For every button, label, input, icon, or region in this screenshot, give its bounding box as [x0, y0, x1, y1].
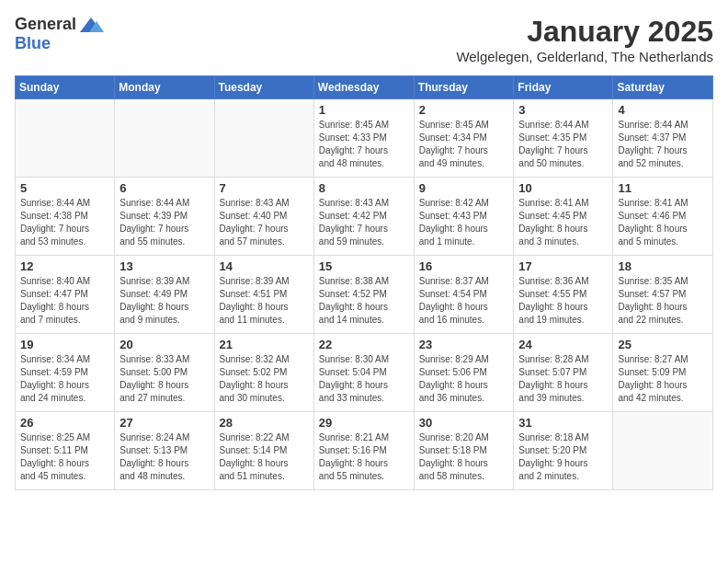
calendar-cell [613, 412, 713, 490]
calendar-cell: 28Sunrise: 8:22 AM Sunset: 5:14 PM Dayli… [214, 412, 313, 490]
calendar-cell [115, 99, 214, 178]
day-number: 8 [319, 181, 409, 195]
day-number: 25 [618, 338, 708, 351]
day-info: Sunrise: 8:44 AM Sunset: 4:38 PM Dayligh… [20, 197, 109, 248]
calendar-cell: 12Sunrise: 8:40 AM Sunset: 4:47 PM Dayli… [16, 256, 115, 334]
day-number: 29 [319, 416, 409, 430]
weekday-header: Saturday [613, 76, 713, 99]
page-header: General Blue January 2025 Welgelegen, Ge… [15, 15, 713, 64]
calendar-cell: 10Sunrise: 8:41 AM Sunset: 4:45 PM Dayli… [514, 178, 613, 256]
day-info: Sunrise: 8:36 AM Sunset: 4:55 PM Dayligh… [518, 275, 608, 327]
day-number: 13 [119, 259, 209, 273]
weekday-header: Thursday [414, 76, 514, 99]
calendar-cell: 6Sunrise: 8:44 AM Sunset: 4:39 PM Daylig… [115, 178, 214, 256]
calendar-cell: 9Sunrise: 8:42 AM Sunset: 4:43 PM Daylig… [414, 178, 514, 256]
location-title: Welgelegen, Gelderland, The Netherlands [456, 49, 713, 64]
day-number: 10 [518, 181, 608, 195]
day-number: 20 [119, 338, 209, 351]
calendar-week-row: 26Sunrise: 8:25 AM Sunset: 5:11 PM Dayli… [16, 412, 713, 490]
calendar-week-row: 5Sunrise: 8:44 AM Sunset: 4:38 PM Daylig… [16, 178, 713, 256]
day-info: Sunrise: 8:43 AM Sunset: 4:42 PM Dayligh… [319, 197, 409, 248]
calendar-cell: 20Sunrise: 8:33 AM Sunset: 5:00 PM Dayli… [115, 334, 214, 412]
day-number: 1 [319, 103, 409, 117]
day-info: Sunrise: 8:21 AM Sunset: 5:16 PM Dayligh… [319, 431, 409, 483]
calendar-cell: 7Sunrise: 8:43 AM Sunset: 4:40 PM Daylig… [214, 178, 313, 256]
day-info: Sunrise: 8:39 AM Sunset: 4:51 PM Dayligh… [220, 275, 309, 327]
day-number: 14 [220, 259, 309, 273]
logo-general-text: General [15, 15, 76, 34]
day-number: 16 [419, 259, 509, 273]
day-info: Sunrise: 8:20 AM Sunset: 5:18 PM Dayligh… [419, 431, 509, 483]
weekday-header: Sunday [16, 76, 115, 99]
calendar-cell: 23Sunrise: 8:29 AM Sunset: 5:06 PM Dayli… [414, 334, 514, 412]
day-number: 11 [618, 181, 708, 195]
day-number: 7 [220, 181, 309, 195]
day-number: 4 [618, 103, 708, 117]
calendar-week-row: 12Sunrise: 8:40 AM Sunset: 4:47 PM Dayli… [16, 256, 713, 334]
day-info: Sunrise: 8:35 AM Sunset: 4:57 PM Dayligh… [618, 275, 708, 327]
calendar-cell: 15Sunrise: 8:38 AM Sunset: 4:52 PM Dayli… [313, 256, 414, 334]
day-info: Sunrise: 8:33 AM Sunset: 5:00 PM Dayligh… [119, 353, 209, 405]
day-number: 22 [319, 338, 409, 351]
day-number: 15 [319, 259, 409, 273]
day-info: Sunrise: 8:41 AM Sunset: 4:45 PM Dayligh… [518, 197, 608, 248]
weekday-header: Tuesday [214, 76, 313, 99]
day-info: Sunrise: 8:45 AM Sunset: 4:33 PM Dayligh… [319, 119, 409, 170]
day-info: Sunrise: 8:40 AM Sunset: 4:47 PM Dayligh… [20, 275, 109, 327]
calendar-cell: 4Sunrise: 8:44 AM Sunset: 4:37 PM Daylig… [613, 99, 713, 178]
day-info: Sunrise: 8:24 AM Sunset: 5:13 PM Dayligh… [119, 431, 209, 483]
day-number: 2 [419, 103, 509, 117]
day-number: 24 [518, 338, 608, 351]
logo-blue-text: Blue [15, 34, 51, 53]
day-info: Sunrise: 8:38 AM Sunset: 4:52 PM Dayligh… [319, 275, 409, 327]
day-number: 27 [119, 416, 209, 430]
calendar-cell: 8Sunrise: 8:43 AM Sunset: 4:42 PM Daylig… [313, 178, 414, 256]
day-number: 18 [618, 259, 708, 273]
calendar-cell: 14Sunrise: 8:39 AM Sunset: 4:51 PM Dayli… [214, 256, 313, 334]
day-info: Sunrise: 8:22 AM Sunset: 5:14 PM Dayligh… [220, 431, 309, 483]
calendar-header-row: SundayMondayTuesdayWednesdayThursdayFrid… [16, 76, 713, 99]
day-info: Sunrise: 8:44 AM Sunset: 4:39 PM Dayligh… [119, 197, 209, 248]
day-info: Sunrise: 8:39 AM Sunset: 4:49 PM Dayligh… [119, 275, 209, 327]
day-info: Sunrise: 8:28 AM Sunset: 5:07 PM Dayligh… [518, 353, 608, 405]
calendar-cell: 18Sunrise: 8:35 AM Sunset: 4:57 PM Dayli… [613, 256, 713, 334]
calendar-table: SundayMondayTuesdayWednesdayThursdayFrid… [15, 75, 713, 490]
day-info: Sunrise: 8:34 AM Sunset: 4:59 PM Dayligh… [20, 353, 109, 405]
day-info: Sunrise: 8:44 AM Sunset: 4:37 PM Dayligh… [618, 119, 708, 170]
day-number: 28 [220, 416, 309, 430]
day-info: Sunrise: 8:29 AM Sunset: 5:06 PM Dayligh… [419, 353, 509, 405]
calendar-cell: 25Sunrise: 8:27 AM Sunset: 5:09 PM Dayli… [613, 334, 713, 412]
calendar-cell [16, 99, 115, 178]
day-info: Sunrise: 8:30 AM Sunset: 5:04 PM Dayligh… [319, 353, 409, 405]
day-number: 17 [518, 259, 608, 273]
calendar-cell: 11Sunrise: 8:41 AM Sunset: 4:46 PM Dayli… [613, 178, 713, 256]
day-info: Sunrise: 8:42 AM Sunset: 4:43 PM Dayligh… [419, 197, 509, 248]
day-info: Sunrise: 8:27 AM Sunset: 5:09 PM Dayligh… [618, 353, 708, 405]
calendar-cell: 3Sunrise: 8:44 AM Sunset: 4:35 PM Daylig… [514, 99, 613, 178]
day-info: Sunrise: 8:41 AM Sunset: 4:46 PM Dayligh… [618, 197, 708, 248]
day-info: Sunrise: 8:43 AM Sunset: 4:40 PM Dayligh… [220, 197, 309, 248]
calendar-cell: 21Sunrise: 8:32 AM Sunset: 5:02 PM Dayli… [214, 334, 313, 412]
day-number: 9 [419, 181, 509, 195]
day-number: 5 [20, 181, 109, 195]
calendar-week-row: 19Sunrise: 8:34 AM Sunset: 4:59 PM Dayli… [16, 334, 713, 412]
day-info: Sunrise: 8:18 AM Sunset: 5:20 PM Dayligh… [518, 431, 608, 483]
calendar-cell: 16Sunrise: 8:37 AM Sunset: 4:54 PM Dayli… [414, 256, 514, 334]
calendar-cell: 22Sunrise: 8:30 AM Sunset: 5:04 PM Dayli… [313, 334, 414, 412]
calendar-cell [214, 99, 313, 178]
logo: General Blue [15, 15, 104, 53]
day-number: 21 [220, 338, 309, 351]
weekday-header: Wednesday [313, 76, 414, 99]
weekday-header: Friday [514, 76, 613, 99]
calendar-cell: 19Sunrise: 8:34 AM Sunset: 4:59 PM Dayli… [16, 334, 115, 412]
calendar-cell: 26Sunrise: 8:25 AM Sunset: 5:11 PM Dayli… [16, 412, 115, 490]
day-info: Sunrise: 8:44 AM Sunset: 4:35 PM Dayligh… [518, 119, 608, 170]
calendar-cell: 2Sunrise: 8:45 AM Sunset: 4:34 PM Daylig… [414, 99, 514, 178]
calendar-cell: 17Sunrise: 8:36 AM Sunset: 4:55 PM Dayli… [514, 256, 613, 334]
day-number: 31 [518, 416, 608, 430]
day-number: 19 [20, 338, 109, 351]
logo-icon [78, 16, 104, 34]
calendar-cell: 30Sunrise: 8:20 AM Sunset: 5:18 PM Dayli… [414, 412, 514, 490]
day-info: Sunrise: 8:37 AM Sunset: 4:54 PM Dayligh… [419, 275, 509, 327]
calendar-week-row: 1Sunrise: 8:45 AM Sunset: 4:33 PM Daylig… [16, 99, 713, 178]
